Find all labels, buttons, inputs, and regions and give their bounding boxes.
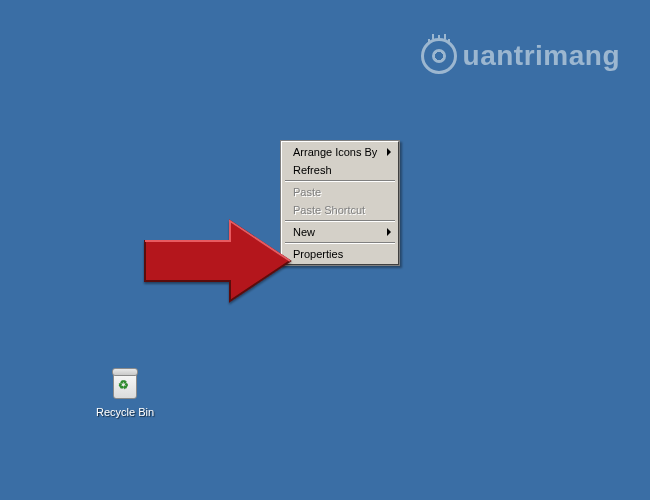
lightbulb-icon: [421, 38, 457, 74]
recycle-bin-icon: ♻: [109, 370, 141, 402]
annotation-arrow: [140, 211, 300, 321]
menu-item-arrange-icons-by[interactable]: Arrange Icons By: [283, 143, 397, 161]
desktop-icon-label: Recycle Bin: [95, 406, 155, 419]
menu-separator: [285, 180, 395, 182]
menu-separator: [285, 242, 395, 244]
menu-item-label: Paste Shortcut: [293, 204, 365, 216]
menu-item-refresh[interactable]: Refresh: [283, 161, 397, 179]
menu-item-label: Arrange Icons By: [293, 146, 377, 158]
menu-item-label: Refresh: [293, 164, 332, 176]
desktop-icon-recycle-bin[interactable]: ♻ Recycle Bin: [95, 370, 155, 419]
desktop-context-menu: Arrange Icons By Refresh Paste Paste Sho…: [280, 140, 400, 266]
menu-item-properties[interactable]: Properties: [283, 245, 397, 263]
menu-item-new[interactable]: New: [283, 223, 397, 241]
watermark-logo: uantrimang: [421, 38, 620, 74]
watermark-text: uantrimang: [463, 40, 620, 72]
menu-item-label: New: [293, 226, 315, 238]
menu-separator: [285, 220, 395, 222]
menu-item-label: Paste: [293, 186, 321, 198]
menu-item-paste-shortcut: Paste Shortcut: [283, 201, 397, 219]
menu-item-label: Properties: [293, 248, 343, 260]
menu-item-paste: Paste: [283, 183, 397, 201]
